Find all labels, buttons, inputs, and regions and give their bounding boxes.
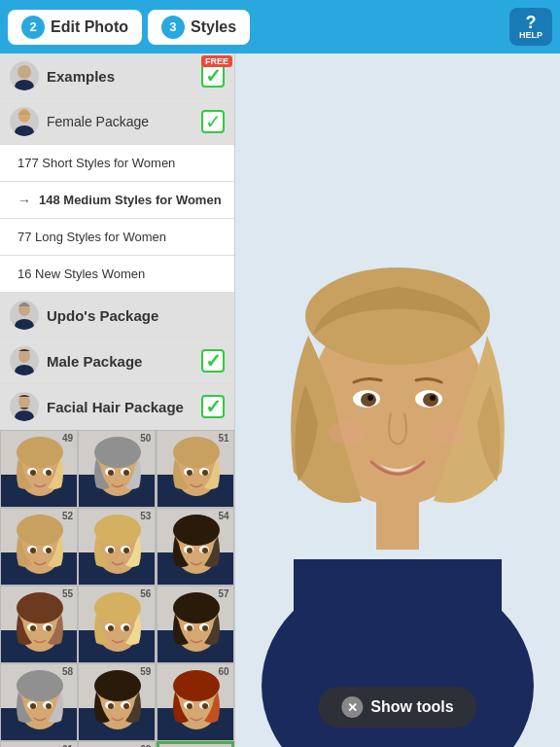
thumbnail-cell[interactable]: 49 bbox=[0, 430, 78, 508]
svg-point-97 bbox=[123, 703, 129, 709]
sidebar-item-medium-styles[interactable]: → 148 Medium Styles for Women bbox=[0, 182, 234, 219]
svg-point-24 bbox=[108, 470, 114, 476]
svg-point-9 bbox=[15, 410, 34, 421]
thumbnail-cell[interactable]: 62 bbox=[78, 741, 156, 747]
thumb-number: 60 bbox=[219, 666, 229, 677]
thumbnail-grid: 49 50 bbox=[0, 430, 234, 747]
thumbnail-cell[interactable]: 51 bbox=[157, 430, 234, 508]
sidebar-item-male[interactable]: Male Package ✓ bbox=[0, 338, 234, 384]
free-badge: FREE bbox=[201, 55, 232, 67]
svg-point-73 bbox=[123, 625, 129, 631]
thumbnail-cell[interactable]: 53 bbox=[78, 508, 156, 586]
photo-area: ✕ Show tools bbox=[235, 53, 560, 747]
thumbnail-cell[interactable]: 54 bbox=[157, 508, 234, 586]
svg-point-33 bbox=[202, 470, 208, 476]
thumbnail-cell[interactable]: 55 bbox=[0, 586, 78, 663]
thumb-number: 57 bbox=[219, 588, 229, 599]
tab3-number: 3 bbox=[161, 16, 185, 39]
thumb-number: 51 bbox=[219, 433, 229, 444]
svg-point-21 bbox=[94, 437, 141, 468]
long-styles-label: 77 Long Styles for Women bbox=[18, 230, 166, 244]
tab-edit-photo[interactable]: 2 Edit Photo bbox=[8, 10, 142, 45]
svg-point-104 bbox=[187, 703, 192, 709]
thumb-number: 53 bbox=[140, 511, 151, 521]
svg-point-6 bbox=[18, 349, 30, 363]
thumb-number: 54 bbox=[219, 511, 229, 521]
svg-point-32 bbox=[187, 470, 192, 476]
svg-point-80 bbox=[187, 625, 192, 631]
sidebar-item-examples[interactable]: Examples FREE ✓ bbox=[0, 53, 234, 99]
svg-point-93 bbox=[94, 670, 141, 701]
thumbnail-cell[interactable]: 63 bbox=[157, 741, 234, 747]
thumbnail-cell[interactable]: 57 bbox=[157, 586, 234, 663]
help-label: HELP bbox=[519, 31, 542, 40]
sidebar-item-new-styles[interactable]: 16 New Styles Women bbox=[0, 256, 234, 293]
thumbnail-cell[interactable]: 60 bbox=[157, 663, 234, 741]
thumbnail-cell[interactable]: 59 bbox=[78, 663, 156, 741]
thumbnail-cell[interactable]: 52 bbox=[0, 508, 78, 586]
male-avatar bbox=[10, 346, 39, 375]
thumb-number: 49 bbox=[62, 433, 73, 444]
examples-avatar bbox=[10, 61, 39, 90]
facial-hair-avatar bbox=[10, 392, 39, 421]
male-label: Male Package bbox=[47, 353, 142, 370]
female-check: ✓ bbox=[201, 110, 225, 133]
sidebar-item-long-styles[interactable]: 77 Long Styles for Women bbox=[0, 219, 234, 256]
svg-point-0 bbox=[18, 65, 31, 79]
svg-point-41 bbox=[46, 548, 52, 553]
svg-point-48 bbox=[108, 548, 114, 553]
updo-avatar bbox=[10, 301, 39, 330]
svg-point-85 bbox=[17, 670, 63, 701]
svg-point-8 bbox=[18, 395, 30, 409]
medium-styles-label: 148 Medium Styles for Women bbox=[39, 193, 222, 207]
svg-point-189 bbox=[430, 395, 436, 401]
woman-photo bbox=[235, 53, 560, 747]
tab3-label: Styles bbox=[191, 18, 236, 36]
sidebar: Examples FREE ✓ Female Package ✓ 177 Sho… bbox=[0, 53, 235, 747]
thumb-number: 52 bbox=[62, 511, 73, 521]
facial-hair-label: Facial Hair Package bbox=[47, 399, 184, 415]
svg-point-25 bbox=[123, 470, 129, 476]
thumbnail-cell[interactable]: 61 bbox=[0, 741, 78, 747]
show-tools-button[interactable]: ✕ Show tools bbox=[318, 687, 476, 728]
female-package-label: Female Package bbox=[47, 114, 149, 129]
thumb-number: 55 bbox=[62, 588, 73, 599]
svg-point-56 bbox=[187, 548, 192, 553]
sidebar-item-female-package[interactable]: Female Package ✓ bbox=[0, 99, 234, 145]
sidebar-item-facial-hair[interactable]: Facial Hair Package ✓ bbox=[0, 384, 234, 430]
sidebar-item-short-styles[interactable]: 177 Short Styles for Women bbox=[0, 145, 234, 182]
thumbnail-cell[interactable]: 58 bbox=[0, 663, 78, 741]
male-check: ✓ bbox=[201, 349, 225, 373]
tab2-label: Edit Photo bbox=[51, 18, 128, 36]
svg-point-89 bbox=[46, 703, 52, 709]
photo-background bbox=[235, 53, 560, 747]
svg-point-57 bbox=[202, 548, 208, 553]
svg-point-96 bbox=[108, 703, 114, 709]
facial-hair-check: ✓ bbox=[201, 395, 225, 418]
svg-point-69 bbox=[94, 592, 141, 623]
thumb-number: 56 bbox=[140, 588, 151, 599]
female-avatar bbox=[10, 107, 39, 136]
svg-point-45 bbox=[94, 515, 141, 546]
examples-check: ✓ bbox=[201, 64, 225, 88]
svg-point-29 bbox=[173, 437, 220, 468]
svg-point-13 bbox=[17, 437, 63, 468]
app-header: 2 Edit Photo 3 Styles ? HELP bbox=[0, 0, 560, 53]
thumbnail-cell[interactable]: 56 bbox=[78, 586, 156, 663]
svg-point-53 bbox=[173, 515, 220, 546]
svg-point-1 bbox=[15, 80, 34, 90]
help-button[interactable]: ? HELP bbox=[509, 8, 552, 46]
svg-point-17 bbox=[46, 470, 52, 476]
tab-styles[interactable]: 3 Styles bbox=[148, 10, 250, 45]
help-icon: ? bbox=[525, 13, 536, 32]
thumbnail-cell[interactable]: 50 bbox=[78, 430, 156, 508]
show-tools-label: Show tools bbox=[370, 698, 453, 716]
examples-label: Examples bbox=[47, 68, 115, 85]
new-styles-label: 16 New Styles Women bbox=[18, 267, 145, 281]
sidebar-item-updo[interactable]: Updo's Package bbox=[0, 293, 234, 338]
svg-point-191 bbox=[429, 421, 468, 445]
svg-point-49 bbox=[123, 548, 129, 553]
svg-point-72 bbox=[108, 625, 114, 631]
tab2-number: 2 bbox=[21, 16, 45, 39]
thumb-number: 50 bbox=[140, 433, 151, 444]
